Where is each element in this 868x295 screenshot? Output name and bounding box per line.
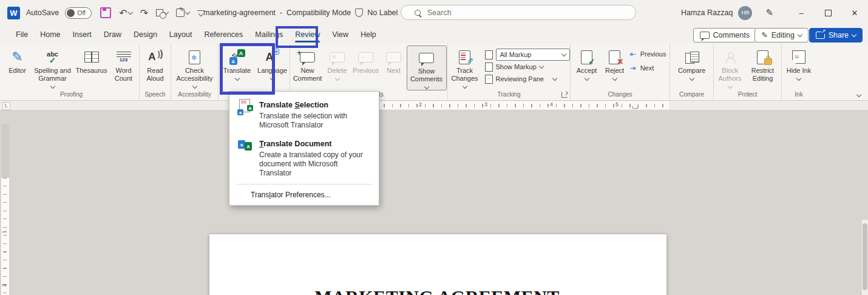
chevron-down-icon [334, 76, 339, 81]
undo-icon [119, 7, 127, 19]
user-name[interactable]: Hamza Razzaq [681, 8, 733, 17]
chevron-down-icon [798, 32, 802, 36]
ink-pen-icon[interactable]: ✎ [765, 7, 773, 18]
tab-review[interactable]: Review [289, 25, 326, 44]
group-label-protect: Protect [714, 90, 781, 100]
title-bar: W AutoSave Off marketing-agreement - Com… [0, 0, 868, 25]
word-logo-icon[interactable]: W [7, 7, 20, 19]
chevron-down-icon [612, 76, 617, 81]
group-label-proofing: Proofing [4, 90, 139, 100]
search-box[interactable] [401, 5, 636, 20]
translate-icon: Aa [229, 49, 245, 65]
tab-view[interactable]: View [326, 25, 354, 44]
minimize-button[interactable]: – [788, 0, 815, 25]
save-button[interactable] [100, 7, 111, 18]
editor-button[interactable]: Editor [4, 46, 31, 90]
qat-shapes-button[interactable] [156, 9, 168, 16]
word-count-button[interactable]: 123 Word Count [109, 46, 139, 90]
new-comment-icon [300, 52, 315, 63]
sensitivity-label[interactable]: No Label [367, 8, 398, 17]
check-accessibility-button[interactable]: ✲ Check Accessibility [172, 46, 217, 90]
close-button[interactable]: ✕ [841, 0, 868, 25]
hide-ink-icon [792, 50, 805, 64]
compare-icon [685, 52, 699, 63]
read-aloud-icon: A [148, 51, 161, 63]
thesaurus-icon [84, 52, 99, 63]
autosave-state: Off [77, 9, 86, 16]
qat-edit-button[interactable] [176, 8, 189, 17]
share-button[interactable]: Share [809, 28, 863, 42]
group-label-tracking: Tracking [448, 90, 570, 100]
comment-bubble-icon [700, 32, 710, 39]
new-comment-button[interactable]: New Comment [291, 46, 324, 90]
reviewing-pane-icon [485, 75, 493, 84]
ribbon-collapse-icon[interactable] [856, 92, 861, 97]
delete-comment-button[interactable]: ✕ Delete [324, 46, 351, 90]
language-button[interactable]: A Language [256, 46, 290, 97]
document-mode: Compatibility Mode [287, 8, 351, 17]
scrollbar-thumb[interactable] [863, 223, 867, 290]
chevron-down-icon [462, 84, 467, 89]
redo-button[interactable] [140, 7, 148, 19]
tab-insert[interactable]: Insert [67, 25, 98, 44]
chevron-down-icon [539, 64, 544, 69]
chevron-down-icon [127, 10, 132, 15]
chevron-down-icon [796, 76, 801, 81]
tab-selector[interactable]: L [2, 102, 10, 110]
group-label-accessibility: Accessibility [171, 90, 218, 100]
tab-help[interactable]: Help [354, 25, 382, 44]
tab-draw[interactable]: Draw [98, 25, 127, 44]
accept-button[interactable]: ✓ Accept [574, 46, 600, 90]
next-comment-button[interactable]: → Next [381, 46, 407, 90]
document-canvas[interactable]: MARKETING AGREEMENT PARTIES -This Market… [0, 110, 868, 295]
restrict-editing-icon [757, 50, 768, 64]
all-markup-select[interactable]: All Markup [496, 49, 570, 61]
menu-item-translate-document[interactable]: a A Translate Document Create a translat… [229, 134, 379, 182]
next-change-button[interactable]: ⇥Next [630, 63, 666, 73]
reject-icon: ✕ [609, 50, 620, 64]
restore-button[interactable] [815, 0, 841, 25]
vertical-scrollbar[interactable] [862, 220, 868, 295]
horizontal-ruler[interactable]: L 2345 [0, 101, 868, 110]
reviewing-pane-button[interactable]: Reviewing Pane [485, 73, 570, 85]
chevron-down-icon [234, 76, 239, 81]
next-comment-icon: → [386, 52, 401, 63]
translate-button[interactable]: Aa Translate [219, 46, 256, 97]
undo-button[interactable] [119, 7, 132, 19]
compare-button[interactable]: Compare [674, 46, 710, 90]
menu-item-translate-selection[interactable]: A a Translate Selection Translate the se… [229, 95, 379, 134]
read-aloud-button[interactable]: A Read Aloud [141, 46, 170, 90]
restrict-editing-button[interactable]: Restrict Editing [745, 46, 781, 90]
show-comments-button[interactable]: Show Comments [407, 46, 447, 90]
group-label-ink: Ink [782, 90, 816, 100]
editing-mode-button[interactable]: ✎Editing [754, 28, 809, 42]
spelling-grammar-button[interactable]: abc✓ Spelling and Grammar [31, 46, 75, 90]
autosave-toggle[interactable]: Off [65, 7, 92, 19]
avatar[interactable]: HR [738, 6, 752, 20]
previous-change-button[interactable]: ⇤Previous [630, 49, 666, 59]
tab-mailings[interactable]: Mailings [249, 25, 289, 44]
tab-file[interactable]: File [10, 25, 34, 44]
tracking-dialog-launcher[interactable] [561, 92, 568, 98]
sensitivity-shield-icon [355, 8, 363, 17]
next-change-icon: ⇥ [630, 64, 636, 72]
vertical-ruler[interactable]: 12 [1, 124, 9, 295]
tab-home[interactable]: Home [34, 25, 66, 44]
search-input[interactable] [426, 8, 611, 18]
previous-comment-button[interactable]: ← Previous [351, 46, 381, 90]
search-icon [415, 10, 421, 16]
hide-ink-button[interactable]: Hide Ink [784, 46, 814, 90]
block-authors-button[interactable]: Block Authors [715, 46, 745, 90]
thesaurus-button[interactable]: Thesaurus [75, 46, 109, 90]
tab-design[interactable]: Design [127, 25, 163, 44]
chevron-down-icon [424, 84, 429, 89]
tab-layout[interactable]: Layout [163, 25, 198, 44]
show-markup-button[interactable]: Show Markup [485, 61, 570, 73]
tab-references[interactable]: References [198, 25, 249, 44]
document-page[interactable]: MARKETING AGREEMENT PARTIES -This Market… [209, 234, 666, 295]
track-changes-button[interactable]: Track Changes [449, 46, 481, 90]
reject-button[interactable]: ✕ Reject [602, 46, 628, 90]
menu-item-translator-preferences[interactable]: Translator Preferences... [229, 186, 379, 203]
pen-icon: ✎ [761, 30, 767, 39]
comments-toolbar-button[interactable]: Comments [693, 28, 756, 42]
